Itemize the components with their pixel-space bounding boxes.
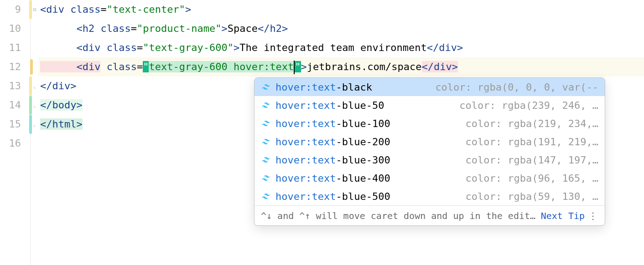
angle-bracket: > [301, 61, 307, 72]
autocomplete-item[interactable]: hover:text-blue-200 color: rgba(191, 219… [254, 132, 605, 151]
next-tip-link[interactable]: Next Tip [541, 210, 585, 221]
code-line[interactable]: <div class="text-gray-600">The integrate… [38, 38, 644, 57]
angle-bracket: < [40, 4, 46, 15]
string-quote: " [137, 23, 143, 34]
angle-bracket: > [221, 23, 227, 34]
tailwind-icon [261, 191, 271, 201]
angle-bracket: > [234, 42, 239, 53]
string-value: text-gray-600 [149, 42, 227, 53]
more-options-icon[interactable]: ⋮ [588, 210, 598, 221]
autocomplete-item[interactable]: hover:text-blue-400 color: rgba(96, 165,… [254, 169, 605, 187]
line-number[interactable]: 9 [0, 0, 21, 19]
equals: = [131, 23, 137, 34]
autocomplete-hint: color: rgba(191, 219,… [466, 136, 598, 148]
angle-bracket: < [76, 61, 82, 72]
autocomplete-hint: color: rgba(0, 0, 0, var(-- [435, 82, 598, 93]
tag-name: div [83, 42, 101, 53]
indent [40, 61, 76, 72]
indent [40, 42, 76, 53]
tailwind-icon [261, 82, 271, 92]
angle-bracket: </ [422, 61, 434, 72]
string-quote: " [143, 42, 149, 53]
attr-name: class [100, 23, 130, 34]
autocomplete-item[interactable]: hover:text-black color: rgba(0, 0, 0, va… [254, 78, 605, 96]
line-number[interactable]: 10 [0, 19, 21, 38]
code-line-current[interactable]: <div class="text-gray-600 hover:text">je… [38, 57, 644, 76]
autocomplete-list: hover:text-black color: rgba(0, 0, 0, va… [254, 78, 605, 205]
fold-end-icon[interactable]: ⌞ [31, 83, 38, 89]
angle-bracket: > [452, 61, 458, 72]
tag-name: h2 [83, 23, 95, 34]
line-number[interactable]: 12 [0, 57, 21, 76]
tag-name: div [46, 4, 64, 15]
fold-toggle-icon[interactable]: ⊟ [31, 6, 38, 13]
attr-name: class [70, 4, 100, 15]
autocomplete-hint: color: rgba(219, 234,… [466, 118, 598, 129]
fold-end-icon[interactable]: ⌞ [31, 121, 38, 127]
string-quote: " [179, 4, 185, 15]
angle-bracket: </ [258, 23, 270, 34]
line-number[interactable]: 11 [0, 38, 21, 57]
tag-name: div [83, 61, 101, 72]
tag-name: div [434, 61, 452, 72]
code-line[interactable]: <div class="text-center"> [38, 0, 644, 19]
autocomplete-label: hover:text-blue-200 [275, 136, 390, 148]
fold-end-icon[interactable]: ⌞ [31, 102, 38, 108]
tag-name: div [439, 42, 457, 53]
attr-name: class [107, 42, 137, 53]
angle-bracket: > [76, 118, 82, 130]
autocomplete-hint: color: rgba(239, 246, … [459, 100, 598, 111]
autocomplete-item[interactable]: hover:text-blue-300 color: rgba(147, 197… [254, 151, 605, 169]
line-number[interactable]: 13 [0, 76, 21, 96]
space [64, 4, 70, 15]
autocomplete-popup: hover:text-black color: rgba(0, 0, 0, va… [254, 77, 605, 226]
autocomplete-item[interactable]: hover:text-blue-500 color: rgba(59, 130,… [254, 187, 605, 205]
code-line[interactable]: <h2 class="product-name">Space</h2> [38, 19, 644, 38]
autocomplete-item[interactable]: hover:text-blue-50 color: rgba(239, 246,… [254, 96, 605, 114]
autocomplete-tip-text: ^↓ and ^↑ will move caret down and up in… [261, 210, 537, 221]
tailwind-icon [261, 173, 271, 183]
angle-bracket: > [70, 80, 76, 92]
autocomplete-item[interactable]: hover:text-blue-100 color: rgba(219, 234… [254, 114, 605, 132]
string-value: text-gray-600 [149, 61, 233, 72]
string-quote: " [107, 4, 113, 15]
line-number[interactable]: 16 [0, 134, 21, 153]
tailwind-icon [261, 118, 271, 128]
angle-bracket: </ [40, 118, 52, 130]
string-quote: " [228, 42, 234, 53]
text-content: jetbrains.com/space [307, 61, 422, 72]
angle-bracket: > [76, 99, 82, 111]
angle-bracket: < [76, 42, 82, 53]
autocomplete-label: hover:text-blue-400 [275, 173, 390, 184]
equals: = [137, 61, 143, 72]
space [100, 42, 106, 53]
text-content: The integrated team environment [239, 42, 427, 53]
autocomplete-footer: ^↓ and ^↑ will move caret down and up in… [254, 205, 605, 225]
space [94, 23, 100, 34]
tailwind-icon [261, 137, 271, 147]
tag-name: html [52, 118, 77, 130]
equals: = [100, 4, 106, 15]
autocomplete-label: hover:text-black [275, 82, 372, 93]
tag-name: h2 [270, 23, 282, 34]
autocomplete-label: hover:text-blue-50 [275, 100, 384, 111]
line-number[interactable]: 14 [0, 96, 21, 115]
string-value-typed: hover:text [234, 61, 294, 72]
autocomplete-label: hover:text-blue-100 [275, 118, 390, 129]
string-quote: " [215, 23, 221, 34]
tailwind-icon [261, 100, 271, 110]
autocomplete-hint: color: rgba(59, 130, … [466, 191, 598, 202]
autocomplete-hint: color: rgba(96, 165, … [466, 173, 598, 184]
string-quote: " [143, 61, 149, 72]
autocomplete-hint: color: rgba(147, 197,… [466, 154, 598, 166]
angle-bracket: > [185, 4, 191, 15]
text-content: Space [228, 23, 258, 34]
attr-name: class [107, 61, 137, 72]
autocomplete-label: hover:text-blue-300 [275, 154, 390, 166]
string-value: text-center [113, 4, 179, 15]
tailwind-icon [261, 155, 271, 165]
space [100, 61, 106, 72]
angle-bracket: </ [427, 42, 439, 53]
line-number[interactable]: 15 [0, 115, 21, 134]
angle-bracket: > [457, 42, 463, 53]
